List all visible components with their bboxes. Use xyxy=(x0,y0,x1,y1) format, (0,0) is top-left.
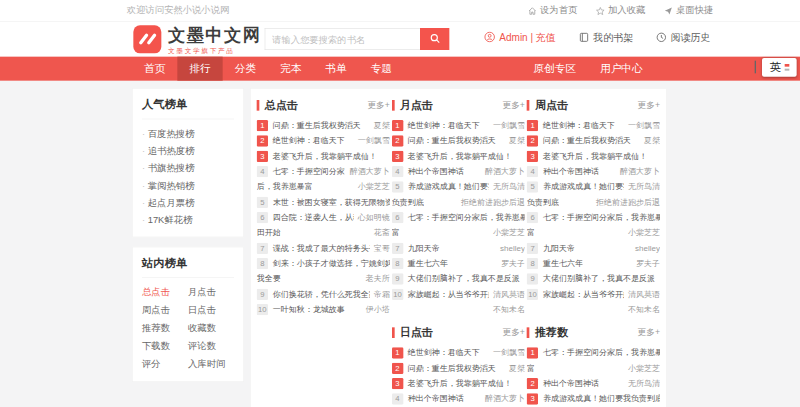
book-title-link[interactable]: 9你们换花轿，凭什么死我全家 xyxy=(257,289,370,300)
book-title-link[interactable]: 5末世：被困女寝室，获得无限物资 xyxy=(257,197,390,208)
search-input[interactable] xyxy=(265,28,420,50)
search-button[interactable] xyxy=(420,28,449,50)
rank-badge: 7 xyxy=(392,243,403,254)
site-ranking-link[interactable]: 下载数 xyxy=(142,337,188,355)
book-title-link[interactable]: 10家族崛起：从当爷爷开始 xyxy=(392,289,489,300)
book-title-link[interactable]: 3老婆飞升后，我靠躺平成仙！ xyxy=(392,378,512,389)
nav-item[interactable]: 书单 xyxy=(313,57,358,81)
book-title-link[interactable]: 1七零：手握空间分家后，我养崽暴 xyxy=(527,347,660,358)
add-favorite-link[interactable]: 加入收藏 xyxy=(596,5,645,17)
site-ranking-link[interactable]: 月点击 xyxy=(188,283,234,301)
sidebar-ranking-item[interactable]: 追书热度榜 xyxy=(142,142,234,159)
nav-item[interactable]: 排行 xyxy=(177,57,222,81)
book-title-link[interactable]: 4种出个帝国神话 xyxy=(392,393,464,404)
book-title-link[interactable]: 9大佬们别脑补了，我真不是反派 xyxy=(527,273,655,284)
book-title-link[interactable]: 7九阳天帝 xyxy=(527,243,575,254)
rank-badge: 5 xyxy=(527,181,538,192)
nav-item[interactable]: 分类 xyxy=(223,57,268,81)
site-ranking-link[interactable]: 入库时间 xyxy=(188,355,234,373)
book-author: 花斋 xyxy=(374,227,390,238)
book-title-link[interactable]: 富 xyxy=(527,227,535,238)
book-title-link[interactable]: 富 xyxy=(527,363,535,374)
book-title-link[interactable]: 负责到底 xyxy=(527,197,559,208)
book-title-link[interactable]: 1绝世剑神：君临天下 xyxy=(392,347,480,358)
book-title-link[interactable]: 2问鼎：重生后我权势滔天 xyxy=(392,135,496,146)
book-author: 一剑飘雪 xyxy=(493,120,525,131)
site-logo[interactable]: 文墨中文网 文墨文学旗下产品 xyxy=(133,25,261,55)
nav-item[interactable]: 原创专区 xyxy=(521,57,588,81)
rank-badge: 3 xyxy=(527,393,538,404)
book-title-link[interactable]: 7谍战：我成了最大的特务头子 xyxy=(257,243,370,254)
more-link[interactable]: 更多+ xyxy=(502,327,524,339)
book-title-link[interactable]: 6七零：手握空间分家后，我养崽暴 xyxy=(392,212,525,223)
set-homepage-link[interactable]: 设为首页 xyxy=(528,5,577,17)
book-title-link[interactable]: 7九阳天帝 xyxy=(392,243,440,254)
nav-item[interactable]: 专题 xyxy=(359,57,404,81)
book-title-link[interactable]: 1绝世剑神：君临天下 xyxy=(392,120,480,131)
book-title-link[interactable]: 8剑来：小孩子才做选择，宁姚剑妈 xyxy=(257,258,390,269)
book-title-link[interactable]: 我全要 xyxy=(257,273,281,284)
book-title-link[interactable]: 5养成游戏成真！她们要我 xyxy=(527,181,624,192)
rank-badge: 1 xyxy=(527,347,538,358)
section-title: 总点击 xyxy=(265,98,368,113)
ranking-list-item: 3老婆飞升后，我靠躺平成仙！ xyxy=(257,149,390,164)
book-title-link[interactable]: 4种出个帝国神话 xyxy=(392,166,464,177)
book-title-link[interactable]: 1绝世剑神：君临天下 xyxy=(527,120,615,131)
book-title-link[interactable]: 2种出个帝国神话 xyxy=(527,378,599,389)
more-link[interactable]: 更多+ xyxy=(367,99,389,111)
book-title-link[interactable]: 富 xyxy=(392,227,400,238)
book-title-link[interactable]: 6四合院：逆袭人生，从种 xyxy=(257,212,354,223)
book-title-link[interactable]: 6七零：手握空间分家后，我养崽暴 xyxy=(527,212,660,223)
rank-badge: 2 xyxy=(392,135,403,146)
ranking-list: 1绝世剑神：君临天下一剑飘雪2问鼎：重生后我权势滔天夏桀3老婆飞升后，我靠躺平成… xyxy=(392,345,525,407)
book-title-link[interactable]: 9大佬们别脑补了，我真不是反派 xyxy=(392,273,520,284)
book-title-link[interactable]: 10家族崛起：从当爷爷开始 xyxy=(527,289,624,300)
ranking-section: 日点击更多+1绝世剑神：君临天下一剑飘雪2问鼎：重生后我权势滔天夏桀3老婆飞升后… xyxy=(392,325,525,407)
more-link[interactable]: 更多+ xyxy=(638,327,660,339)
book-title-link[interactable]: 3老婆飞升后，我靠躺平成仙！ xyxy=(257,151,377,162)
book-title-link[interactable]: 3老婆飞升后，我靠躺平成仙！ xyxy=(527,151,647,162)
reading-history-link[interactable]: 阅读历史 xyxy=(656,32,711,45)
nav-item[interactable]: 首页 xyxy=(132,57,177,81)
sidebar-ranking-item[interactable]: 17K鲜花榜 xyxy=(142,211,234,228)
sidebar-ranking-item[interactable]: 掌阅热销榜 xyxy=(142,177,234,194)
book-title-link[interactable]: 3老婆飞升后，我靠躺平成仙！ xyxy=(392,151,512,162)
book-title-link[interactable]: 4种出个帝国神话 xyxy=(527,166,599,177)
book-title-link[interactable]: 8重生七六年 xyxy=(527,258,583,269)
rank-badge: 2 xyxy=(257,135,268,146)
site-ranking-link[interactable]: 评论数 xyxy=(188,337,234,355)
book-title-link[interactable]: 5养成游戏成真！她们要我 xyxy=(392,181,489,192)
site-ranking-link[interactable]: 周点击 xyxy=(142,301,188,319)
book-title-link[interactable]: 2问鼎：重生后我权势滔天 xyxy=(392,363,496,374)
section-title: 推荐数 xyxy=(535,325,638,340)
book-title-link[interactable]: 1问鼎：重生后我权势滔天 xyxy=(257,120,361,131)
bookshelf-link[interactable]: 我的书架 xyxy=(579,32,634,45)
book-title-link[interactable]: 后，我养崽暴富 xyxy=(257,181,313,192)
account-link[interactable]: Admin | 充值 xyxy=(484,31,556,44)
rankings-panel: 总点击更多+1问鼎：重生后我权势滔天夏桀2绝世剑神：君临天下一剑飘雪3老婆飞升后… xyxy=(250,88,667,407)
book-title-link[interactable]: 负责到底 xyxy=(392,197,424,208)
book-title-link[interactable]: 10一叶知秋：龙城故事 xyxy=(257,304,345,315)
book-title-link[interactable]: 8重生七六年 xyxy=(392,258,448,269)
book-title-link[interactable]: 4七零：手握空间分家 xyxy=(257,166,345,177)
sidebar-ranking-item[interactable]: 书旗热搜榜 xyxy=(142,159,234,176)
site-ranking-link[interactable]: 日点击 xyxy=(188,301,234,319)
book-title-link[interactable]: 田开始 xyxy=(257,227,281,238)
book-title-link[interactable]: 2问鼎：重生后我权势滔天 xyxy=(527,135,631,146)
book-title-link[interactable]: 2绝世剑神：君临天下 xyxy=(257,135,345,146)
site-ranking-link[interactable]: 总点击 xyxy=(142,283,188,301)
site-ranking-link[interactable]: 评分 xyxy=(142,355,188,373)
ranking-list-item: 10家族崛起：从当爷爷开始清风莫语不知未名 xyxy=(527,287,660,318)
more-link[interactable]: 更多+ xyxy=(502,99,524,111)
nav-item[interactable]: 完本 xyxy=(268,57,313,81)
more-link[interactable]: 更多+ xyxy=(638,99,660,111)
nav-item[interactable]: 用户中心 xyxy=(588,57,655,81)
sidebar-ranking-item[interactable]: 百度热搜榜 xyxy=(142,125,234,142)
text-caret xyxy=(755,61,756,74)
book-title-link[interactable]: 3养成游戏成真！她们要我负责到底 xyxy=(527,393,660,404)
site-ranking-link[interactable]: 推荐数 xyxy=(142,319,188,337)
sidebar-ranking-item[interactable]: 起点月票榜 xyxy=(142,194,234,211)
ime-indicator[interactable]: 英 xyxy=(762,58,797,77)
site-ranking-link[interactable]: 收藏数 xyxy=(188,319,234,337)
desktop-shortcut-link[interactable]: 桌面快捷 xyxy=(664,5,713,17)
